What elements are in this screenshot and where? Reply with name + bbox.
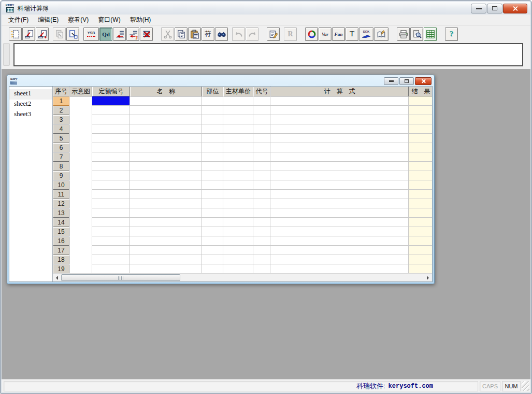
grid-cell-formula[interactable] (270, 171, 409, 180)
grid-cell-result[interactable] (409, 134, 432, 143)
grid-cell-unit-price[interactable] (223, 96, 253, 106)
grid-cell-sketch[interactable] (69, 134, 92, 143)
grid-cell-code[interactable] (253, 236, 270, 246)
grid-cell-unit-price[interactable] (223, 227, 253, 236)
grid-cell-name[interactable] (130, 106, 202, 115)
import-sheet-button[interactable] (53, 27, 66, 41)
grid-cell-sketch[interactable] (69, 246, 92, 255)
functions-button[interactable]: Fun (332, 27, 345, 41)
copy-button[interactable] (175, 27, 188, 41)
grid-cell-quota-no[interactable] (92, 96, 130, 106)
grid-cell-part[interactable] (202, 199, 223, 208)
grid-cell-part[interactable] (202, 218, 223, 227)
grid-cell-code[interactable] (253, 246, 270, 255)
grid-cell-part[interactable] (202, 152, 223, 162)
grid-cell-sketch[interactable] (69, 124, 92, 134)
grid-cell-result[interactable] (409, 218, 432, 227)
row-header[interactable]: 7 (53, 152, 69, 162)
grid-cell-code[interactable] (253, 218, 270, 227)
grid-cell-unit-price[interactable] (223, 218, 253, 227)
menu-window[interactable]: 窗口(W) (93, 14, 125, 26)
grid-cell-name[interactable] (130, 143, 202, 152)
export-sheet-button[interactable] (66, 27, 79, 41)
grid-cell-part[interactable] (202, 180, 223, 190)
insert-row-button[interactable] (113, 27, 126, 41)
grid-cell-code[interactable] (253, 106, 270, 115)
grid-cell-code[interactable] (253, 180, 270, 190)
row-header[interactable]: 17 (53, 246, 69, 255)
grid-cell-quota-no[interactable] (92, 171, 130, 180)
grid-cell-formula[interactable] (270, 134, 409, 143)
grid-cell-quota-no[interactable] (92, 227, 130, 236)
grid-cell-result[interactable] (409, 255, 432, 264)
grid-cell-code[interactable] (253, 96, 270, 106)
grid-cell-code[interactable] (253, 264, 270, 273)
grid-cell-formula[interactable] (270, 246, 409, 255)
grid-cell-unit-price[interactable] (223, 162, 253, 171)
column-header-index[interactable]: 序号 (53, 87, 69, 96)
grid-cell-result[interactable] (409, 124, 432, 134)
grid-cell-quota-no[interactable] (92, 143, 130, 152)
grid-cell-result[interactable] (409, 246, 432, 255)
grid-cell-code[interactable] (253, 255, 270, 264)
grid-cell-result[interactable] (409, 199, 432, 208)
grid-cell-formula[interactable] (270, 106, 409, 115)
grid-cell-unit-price[interactable] (223, 199, 253, 208)
grid-cell-part[interactable] (202, 106, 223, 115)
insert-sheet-button[interactable] (22, 27, 35, 41)
grid-cell-unit-price[interactable] (223, 236, 253, 246)
scrollbar-track[interactable] (61, 274, 424, 282)
grid-cell-part[interactable] (202, 143, 223, 152)
grid-cell-sketch[interactable] (69, 236, 92, 246)
grid-cell-unit-price[interactable] (223, 255, 253, 264)
cut-button[interactable] (161, 27, 174, 41)
grid-cell-sketch[interactable] (69, 143, 92, 152)
grid-cell-formula[interactable] (270, 208, 409, 218)
insert-row-j-button[interactable]: J (126, 27, 139, 41)
row-header[interactable]: 14 (53, 218, 69, 227)
grid-cell-name[interactable] (130, 152, 202, 162)
grid-cell-name[interactable] (130, 255, 202, 264)
grid-cell-part[interactable] (202, 246, 223, 255)
sheet-tab[interactable]: sheet3 (9, 110, 52, 120)
dek-pen-button[interactable]: DEK (359, 27, 373, 41)
grid-cell-result[interactable] (409, 152, 432, 162)
grid-cell-name[interactable] (130, 208, 202, 218)
grid-cell-part[interactable] (202, 264, 223, 273)
result-r-button[interactable]: R (284, 27, 297, 41)
grid-cell-part[interactable] (202, 96, 223, 106)
row-header[interactable]: 8 (53, 162, 69, 171)
grid-cell-formula[interactable] (270, 96, 409, 106)
grid-cell-sketch[interactable] (69, 264, 92, 273)
column-header-quota-no[interactable]: 定额编号 (92, 87, 130, 96)
variables-button[interactable]: Var (319, 27, 332, 41)
redo-button[interactable] (246, 27, 258, 41)
grid-cell-formula[interactable] (270, 162, 409, 171)
row-header[interactable]: 12 (53, 199, 69, 208)
grid-cell-result[interactable] (409, 162, 432, 171)
row-header[interactable]: 15 (53, 227, 69, 236)
grid-cell-code[interactable] (253, 190, 270, 199)
grid-cell-unit-price[interactable] (223, 208, 253, 218)
menu-help[interactable]: 帮助(H) (125, 14, 156, 26)
horizontal-scrollbar[interactable] (53, 273, 432, 282)
grid-cell-code[interactable] (253, 162, 270, 171)
grid-cell-quota-no[interactable] (92, 255, 130, 264)
grid-cell-formula[interactable] (270, 264, 409, 273)
grid-cell-formula[interactable] (270, 227, 409, 236)
resize-grip[interactable] (522, 381, 529, 391)
minimize-button[interactable] (471, 4, 486, 13)
sheet-tab[interactable]: sheet2 (9, 100, 52, 110)
grid-cell-quota-no[interactable] (92, 152, 130, 162)
grid-cell-unit-price[interactable] (223, 152, 253, 162)
grid-cell-unit-price[interactable] (223, 264, 253, 273)
text-button[interactable]: T (346, 27, 358, 41)
grid-cell-code[interactable] (253, 124, 270, 134)
grid-cell-part[interactable] (202, 134, 223, 143)
new-sheet-button[interactable] (9, 27, 22, 41)
grid-cell-part[interactable] (202, 162, 223, 171)
grid-cell-result[interactable] (409, 264, 432, 273)
row-header[interactable]: 3 (53, 115, 69, 124)
grid-cell-code[interactable] (253, 227, 270, 236)
grid-cell-result[interactable] (409, 171, 432, 180)
